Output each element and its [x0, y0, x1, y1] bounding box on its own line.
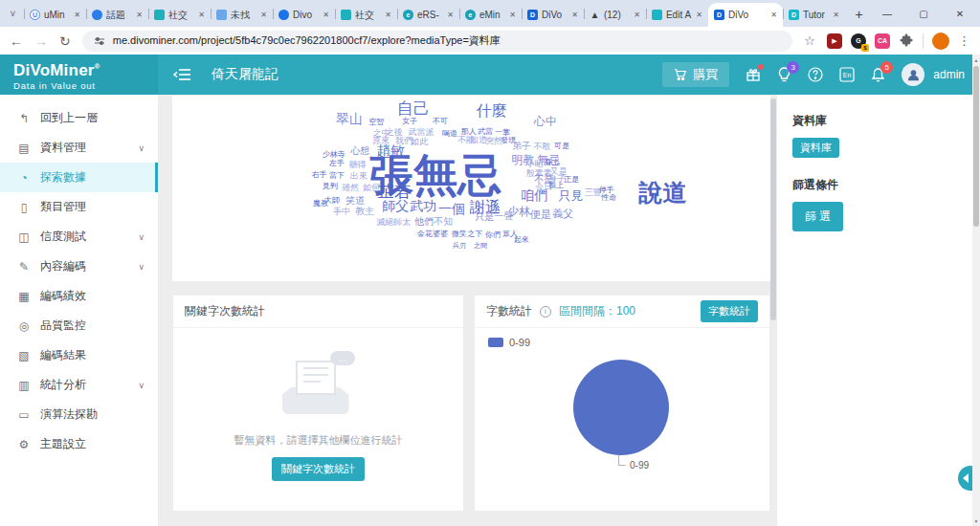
word-cloud-word[interactable]: 翠山 [336, 112, 363, 125]
reload-icon[interactable]: ↻ [59, 34, 71, 48]
pie-slice[interactable] [573, 360, 669, 455]
word-cloud-word[interactable]: 如何 [363, 184, 380, 192]
word-cloud-word[interactable]: 臉上 [548, 182, 564, 189]
word-cloud-word[interactable]: 金花婆婆 [417, 230, 448, 238]
sidebar-item-coding-performance[interactable]: ▦編碼績效 [0, 281, 158, 311]
video-ext-icon[interactable]: ▶ [827, 33, 842, 49]
word-cloud-word[interactable]: 武當派 [409, 127, 434, 136]
word-cloud-word[interactable]: 之下 [467, 230, 482, 238]
word-cloud-word[interactable]: 魔教 [313, 200, 328, 208]
word-cloud-word[interactable]: 雖然 [342, 184, 359, 192]
word-cloud-word[interactable]: 見到 [323, 183, 338, 190]
word-cloud-word[interactable]: 原來 [372, 136, 390, 144]
keyword-stats-button[interactable]: 關鍵字次數統計 [272, 457, 365, 481]
sidebar-item-coding-results[interactable]: ▧編碼結果 [0, 340, 158, 370]
sidebar-item-back-to-previous[interactable]: ↰回到上一層 [0, 103, 158, 133]
browser-tab[interactable]: Edit A✕ [646, 3, 708, 27]
word-cloud-word[interactable]: 當下 [329, 172, 345, 180]
address-bar[interactable]: me.divominer.com/project/5fb4c79c0ec7962… [82, 31, 793, 52]
user-avatar[interactable] [902, 63, 924, 86]
sidebar-item-topic-setup[interactable]: ⚙主題設立 [0, 429, 158, 459]
word-cloud-word[interactable]: 空智 [368, 119, 384, 126]
tab-close-icon[interactable]: ✕ [260, 11, 267, 19]
browser-tab[interactable]: DTutor✕ [783, 3, 845, 27]
word-cloud-word[interactable]: 出來 [350, 171, 368, 180]
word-cloud-word[interactable]: 發現 [501, 137, 516, 144]
puzzle-icon[interactable] [899, 33, 914, 49]
browser-tab[interactable]: DDiVo✕ [708, 3, 783, 27]
scrollbar-thumb[interactable] [973, 66, 979, 227]
sidebar-item-reliability-test[interactable]: ◫信度測試∨ [0, 222, 158, 252]
tab-close-icon[interactable]: ✕ [74, 11, 80, 19]
word-cloud-word[interactable]: 笑道 [345, 196, 365, 206]
browser-tab[interactable]: 社交✕ [148, 3, 211, 27]
word-cloud-word[interactable]: 心中 [534, 116, 557, 127]
app-logo[interactable]: DiVoMiner® Data in Value out [0, 55, 158, 95]
word-cloud-word[interactable]: 兵刃 [453, 242, 466, 249]
page-scrollbar[interactable]: ▲ ▼ [972, 55, 980, 526]
browser-tab[interactable]: 話題✕ [86, 3, 148, 27]
word-cloud-word[interactable]: 如此 [411, 137, 428, 145]
new-tab-button[interactable]: + [849, 4, 869, 25]
pie-legend[interactable]: 0-99 [475, 328, 769, 348]
word-cloud-word[interactable]: 伸手 [599, 186, 614, 194]
sidebar-item-category-management[interactable]: ▯類目管理 [0, 192, 158, 222]
word-cloud-word[interactable]: 女子 [402, 118, 417, 125]
word-cloud-word[interactable]: 義父 [552, 208, 573, 219]
info-icon[interactable]: i [540, 306, 551, 318]
word-cloud-word[interactable]: 芷若 [378, 184, 411, 200]
help-icon[interactable] [808, 67, 823, 82]
user-name[interactable]: admin [933, 68, 965, 81]
buy-button[interactable]: 購買 [662, 62, 729, 87]
g-ext-icon[interactable]: G$ [851, 33, 866, 49]
tab-close-icon[interactable]: ✕ [323, 11, 329, 19]
scroll-down-icon[interactable]: ▼ [972, 515, 980, 526]
word-cloud-word[interactable]: 趙敏 [376, 142, 405, 157]
word-cloud-word[interactable]: 便是 [530, 209, 551, 220]
content-scrollbar-thumb[interactable] [770, 99, 776, 320]
word-cloud-word[interactable]: 可是 [554, 142, 569, 150]
filter-button[interactable]: 篩 選 [792, 202, 843, 231]
sidebar-item-data-management[interactable]: ▤資料管理∨ [0, 133, 158, 163]
browser-tab[interactable]: 社交✕ [335, 3, 397, 27]
word-cloud-word[interactable]: 小昭 [526, 159, 544, 167]
word-cloud-word[interactable]: 你們 [485, 231, 501, 239]
back-icon[interactable]: ← [10, 34, 23, 48]
word-cloud-word[interactable]: 之間 [474, 242, 487, 249]
word-cloud-word[interactable]: 右手 [312, 171, 327, 179]
sidebar-item-quality-monitoring[interactable]: ◎品質監控 [0, 311, 158, 340]
word-cloud-word[interactable]: 正是 [564, 176, 579, 184]
browser-tab[interactable]: UuMin✕ [24, 3, 86, 27]
tab-close-icon[interactable]: ✕ [447, 11, 454, 19]
word-cloud-word[interactable]: 少林寺 [323, 151, 345, 159]
word-cloud-word[interactable]: 左手 [329, 160, 345, 167]
tab-close-icon[interactable]: ✕ [198, 11, 205, 19]
gift-icon[interactable] [746, 67, 761, 82]
database-tag[interactable]: 資料庫 [792, 138, 839, 158]
profile-avatar[interactable] [932, 33, 949, 50]
tab-close-icon[interactable]: ✕ [770, 11, 777, 19]
word-cloud-word[interactable]: 心想 [350, 146, 369, 156]
word-cloud-word[interactable]: 不敢 [533, 142, 550, 150]
word-cloud-word[interactable]: 喝道 [442, 130, 457, 138]
word-cloud-word[interactable]: 性命 [601, 194, 616, 202]
word-cloud-word[interactable]: 說道 [639, 180, 687, 204]
bell-icon[interactable]: 5 [871, 67, 885, 82]
tab-close-icon[interactable]: ✕ [696, 11, 702, 19]
browser-menu-icon[interactable]: ⋮ [958, 33, 970, 48]
word-cloud-word[interactable]: 一聲 [494, 211, 513, 221]
word-cloud-word[interactable]: 武當 [478, 128, 493, 136]
word-cloud-word[interactable]: 教主 [355, 207, 374, 216]
browser-tab[interactable]: ▲(12)✕ [584, 3, 646, 27]
word-cloud-word[interactable]: 他們 [414, 217, 434, 227]
scroll-up-icon[interactable]: ▲ [972, 55, 980, 65]
browser-tab[interactable]: eeMin✕ [459, 3, 522, 27]
tab-close-icon[interactable]: ✕ [385, 11, 391, 19]
tab-close-icon[interactable]: ✕ [833, 11, 839, 19]
tab-close-icon[interactable]: ✕ [571, 11, 578, 19]
minimize-button[interactable]: — [869, 0, 905, 27]
sidebar-item-content-coding[interactable]: ✎內容編碼∨ [0, 252, 158, 281]
tab-close-icon[interactable]: ✕ [634, 11, 640, 19]
word-cloud-word[interactable]: 什麼 [477, 103, 507, 119]
ca-ext-icon[interactable]: CA [875, 33, 890, 49]
